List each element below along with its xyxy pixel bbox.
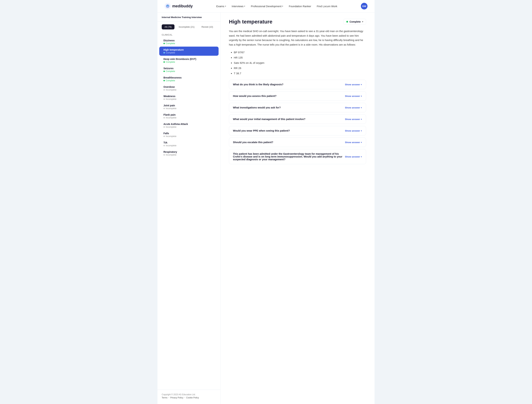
main-nav: Exams ▾ Interviews ▾ Professional Develo… [216,5,337,8]
footer-copyright: Copyright © 2023 AG Education Ltd. [162,393,216,396]
status-dot [164,89,165,91]
list-item-title: Joint pain [164,104,214,107]
list-item-status: Incomplete [164,154,214,156]
sidebar-item-high-temperature[interactable]: High temperature Complete [159,47,219,56]
status-dot [164,136,165,137]
question-text: What investigations would you ask for? [233,106,281,109]
sidebar-footer: Copyright © 2023 AG Education Ltd. Terms… [158,390,220,401]
logo-text: medibuddy [172,4,193,8]
questions-list: What do you think is the likely diagnosi… [229,80,366,164]
list-item-status: Complete [164,70,214,72]
question-card-2: How would you assess this patient? Show … [229,91,366,101]
list-item-title: Acute Asthma Attack [164,123,214,125]
nav-interviews[interactable]: Interviews ▾ [232,5,245,8]
svg-point-1 [167,6,168,7]
nav-find-locum-work[interactable]: Find Locum Work [317,5,337,8]
observations-list: BP 97/67HR 135Sats 92% on 4L of oxygenRR… [229,50,366,76]
list-item-title: Falls [164,132,214,135]
section-label-clinical: Clinical [158,32,220,37]
show-answer-button[interactable]: Show answer + [345,118,362,121]
list-item-status: Incomplete [164,89,214,91]
status-text: Complete [166,70,175,72]
separator: • [169,397,169,399]
status-badge-label: Complete [349,20,361,23]
status-text: Incomplete [166,89,176,91]
observation-item: RR 26 [234,66,366,70]
status-dot [164,126,165,128]
observation-item: BP 97/67 [234,50,366,54]
sidebar-item-falls[interactable]: Falls Incomplete [159,130,219,139]
sidebar: Internal Medicine Training Interview All… [158,13,221,404]
question-text: What would your initial management of th… [233,118,305,121]
observation-item: T 38.7 [234,71,366,76]
status-text: Incomplete [166,154,176,156]
observation-item: HR 135 [234,56,366,60]
status-dot [164,108,165,109]
list-item-status: Complete [164,52,214,54]
logo[interactable]: medibuddy [165,3,193,9]
footer-link-cookie[interactable]: Cookie Policy [186,397,199,399]
nav-foundation-ranker[interactable]: Foundation Ranker [289,5,311,8]
list-item-title: Respiratory [164,150,214,153]
chevron-down-icon: ▾ [225,5,226,7]
status-badge[interactable]: Complete ▾ [343,19,366,25]
status-text: Complete [166,79,175,82]
sidebar-item-respiratory[interactable]: Respiratory Incomplete [159,149,219,158]
footer-link-terms[interactable]: Terms [162,397,167,399]
list-item-status: Incomplete [164,135,214,137]
sidebar-item-dizziness[interactable]: Dizziness Complete [159,37,219,46]
user-avatar[interactable]: GW [361,3,367,9]
sidebar-item-joint-pain[interactable]: Joint pain Incomplete [159,102,219,111]
sidebar-item-breathlessness[interactable]: Breathlessness Complete [159,74,219,84]
filter-tab-all[interactable]: All (78) [162,24,174,29]
status-text: Complete [166,42,175,45]
list-item-status: Incomplete [164,107,214,110]
show-answer-button[interactable]: Show answer + [345,83,362,86]
sidebar-item-tia[interactable]: TIA Incomplete [159,139,219,149]
question-text: What do you think is the likely diagnosi… [233,83,283,86]
status-dot [164,98,165,100]
sidebar-item-overdose[interactable]: Overdose Incomplete [159,84,219,93]
list-item-status: Incomplete [164,117,214,119]
filter-tab-incomplete[interactable]: Incomplete (21) [176,24,197,29]
nav-exams[interactable]: Exams ▾ [216,5,226,8]
sidebar-item-deep-vein-thrombosis-dvt[interactable]: Deep vein thrombosis (DVT) Complete [159,56,219,65]
filter-tab-revisit[interactable]: Revisit (10) [199,24,216,29]
status-text: Incomplete [166,107,176,110]
app-header: medibuddy Exams ▾ Interviews ▾ Professio… [158,0,374,13]
list-item-title: Deep vein thrombosis (DVT) [164,58,214,60]
filter-tabs: All (78) Incomplete (21) Revisit (10) [158,22,220,32]
status-dot [164,154,165,156]
sidebar-item-flank-pain[interactable]: Flank pain Incomplete [159,112,219,121]
show-answer-button[interactable]: Show answer + [345,95,362,98]
show-answer-button[interactable]: Show answer + [345,141,362,144]
list-item-title: Flank pain [164,113,214,116]
footer-link-privacy[interactable]: Privacy Policy [170,397,184,399]
list-item-title: Overdose [164,85,214,88]
show-answer-button[interactable]: Show answer + [345,130,362,132]
list-item-status: Complete [164,79,214,82]
question-card-1: What do you think is the likely diagnosi… [229,80,366,89]
question-text: Would you wear PPE when seeing this pati… [233,129,290,132]
show-answer-button[interactable]: Show answer + [345,155,362,158]
list-item-status: Complete [164,42,214,45]
question-card-7: This patient has been admitted under the… [229,149,366,164]
list-item-title: Seizures [164,67,214,70]
sidebar-item-acute-asthma-attack[interactable]: Acute Asthma Attack Incomplete [159,121,219,130]
show-answer-button[interactable]: Show answer + [345,106,362,109]
status-dot [164,117,165,118]
chevron-down-icon: ▾ [282,5,283,7]
observation-item: Sats 92% on 4L of oxygen [234,61,366,65]
status-text: Incomplete [166,98,176,100]
sidebar-item-seizures[interactable]: Seizures Complete [159,65,219,74]
nav-professional-development[interactable]: Professional Development ▾ [251,5,283,8]
content-header: High temperature Complete ▾ [229,19,366,25]
list-item-title: Dizziness [164,39,214,42]
status-dot [164,43,165,44]
sidebar-item-weakness[interactable]: Weakness Incomplete [159,93,219,102]
status-dot [164,145,165,146]
question-text: How would you assess this patient? [233,95,277,98]
chevron-down-icon: ▾ [362,20,363,23]
list-item-title: TIA [164,141,214,144]
status-text: Complete [166,52,175,54]
